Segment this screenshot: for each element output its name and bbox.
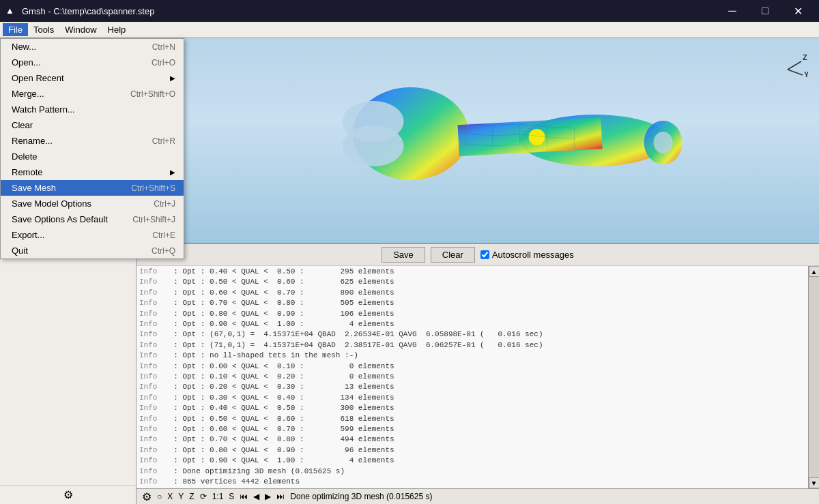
menu-merge[interactable]: Merge... Ctrl+Shift+O xyxy=(1,86,184,102)
file-menu-item[interactable]: File xyxy=(3,23,28,36)
nav-first[interactable]: ⏮ xyxy=(240,492,248,501)
status-text: Done optimizing 3D mesh (0.015625 s) xyxy=(290,492,432,501)
menu-rename[interactable]: Rename... Ctrl+R xyxy=(1,133,184,149)
gear-status-icon[interactable]: ⚙ xyxy=(142,490,152,503)
scroll-up-btn[interactable]: ▲ xyxy=(809,266,820,277)
svg-point-7 xyxy=(529,129,545,145)
minimize-button[interactable]: ─ xyxy=(717,0,748,22)
svg-point-4 xyxy=(343,125,404,166)
autoscroll-checkbox[interactable] xyxy=(480,250,489,259)
autoscroll-check: Autoscroll messages xyxy=(480,250,574,260)
menu-remote[interactable]: Remote ▶ xyxy=(1,164,184,180)
menu-quit[interactable]: Quit Ctrl+Q xyxy=(1,243,184,258)
nav-prev[interactable]: ◀ xyxy=(253,492,259,501)
app-icon: ▲ xyxy=(5,5,16,16)
x-label: X xyxy=(167,492,173,501)
y-label: Y xyxy=(178,492,184,501)
menu-open[interactable]: Open... Ctrl+O xyxy=(1,55,184,70)
menu-delete[interactable]: Delete xyxy=(1,149,184,164)
origin-indicator: ○ xyxy=(157,492,162,501)
sidebar-bottom: ⚙ xyxy=(0,485,136,504)
window-controls: ─ □ ✕ xyxy=(717,0,814,22)
menu-clear[interactable]: Clear xyxy=(1,117,184,133)
nav-last[interactable]: ⏭ xyxy=(276,492,285,501)
3d-view[interactable]: Z Y xyxy=(136,38,819,243)
menu-save-mesh[interactable]: Save Mesh Ctrl+Shift+S xyxy=(1,180,184,196)
tools-menu-item[interactable]: Tools xyxy=(28,23,59,36)
title-bar: ▲ Gmsh - C:\temp\cad\spanner.step ─ □ ✕ xyxy=(0,0,819,22)
maximize-button[interactable]: □ xyxy=(749,0,781,22)
svg-point-6 xyxy=(654,132,673,153)
scroll-down-btn[interactable]: ▼ xyxy=(809,477,820,488)
menu-save-model-options[interactable]: Save Model Options Ctrl+J xyxy=(1,196,184,211)
menu-open-recent[interactable]: Open Recent ▶ xyxy=(1,70,184,86)
svg-text:Y: Y xyxy=(804,70,808,78)
window-title: Gmsh - C:\temp\cad\spanner.step xyxy=(22,6,154,16)
file-dropdown: New... Ctrl+N Open... Ctrl+O Open Recent… xyxy=(0,38,184,259)
status-bar: ⚙ ○ X Y Z ⟳ 1:1 S ⏮ ◀ ▶ ⏭ Done optimizin… xyxy=(136,488,819,504)
window-menu-item[interactable]: Window xyxy=(59,23,102,36)
save-button[interactable]: Save xyxy=(382,247,425,263)
svg-line-24 xyxy=(788,70,803,75)
menu-watch-pattern[interactable]: Watch Pattern... xyxy=(1,102,184,117)
submenu-arrow-icon: ▶ xyxy=(170,74,175,82)
s-label: S xyxy=(229,492,234,501)
menu-save-options-default[interactable]: Save Options As Default Ctrl+Shift+J xyxy=(1,211,184,227)
rotate-icon: ⟳ xyxy=(200,492,207,501)
menu-bar: File Tools Window Help xyxy=(0,22,819,38)
bottom-panel: Save Clear Autoscroll messages Info : 0 … xyxy=(136,243,819,488)
clear-button[interactable]: Clear xyxy=(431,247,475,263)
nav-next[interactable]: ▶ xyxy=(265,492,271,501)
scale-label: 1:1 xyxy=(212,492,224,501)
menu-new[interactable]: New... Ctrl+N xyxy=(1,39,184,55)
log-area[interactable]: Info : 0 points created - Worst tet radi… xyxy=(136,266,808,488)
svg-text:Z: Z xyxy=(803,53,807,61)
log-toolbar: Save Clear Autoscroll messages xyxy=(136,244,819,266)
close-button[interactable]: ✕ xyxy=(782,0,814,22)
z-label: Z xyxy=(189,492,194,501)
mesh-visualization xyxy=(329,65,684,202)
axis-svg: Z Y xyxy=(767,49,808,90)
autoscroll-label: Autoscroll messages xyxy=(492,250,574,260)
help-menu-item[interactable]: Help xyxy=(102,23,132,36)
remote-submenu-arrow-icon: ▶ xyxy=(170,168,175,176)
menu-export[interactable]: Export... Ctrl+E xyxy=(1,227,184,243)
log-scrollbar[interactable]: ▲ ▼ xyxy=(808,266,819,488)
svg-line-23 xyxy=(788,61,801,70)
axis-indicator: Z Y xyxy=(767,49,808,90)
gear-icon[interactable]: ⚙ xyxy=(63,488,73,501)
